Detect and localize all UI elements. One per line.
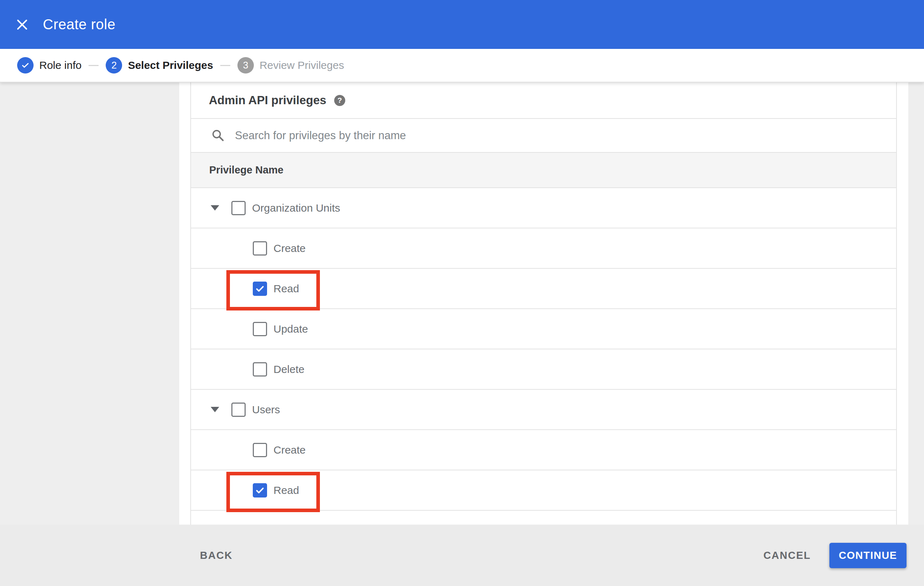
column-header-label: Privilege Name bbox=[209, 164, 284, 176]
cancel-button[interactable]: CANCEL bbox=[763, 550, 811, 561]
search-bar bbox=[191, 119, 896, 153]
privilege-checkbox[interactable] bbox=[253, 241, 267, 255]
privilege-rows: Organization UnitsCreateReadUpdateDelete… bbox=[191, 188, 896, 511]
search-icon bbox=[211, 128, 225, 143]
privilege-checkbox[interactable] bbox=[231, 403, 246, 417]
dialog-footer: BACK CANCEL CONTINUE bbox=[0, 525, 924, 586]
privilege-checkbox[interactable] bbox=[253, 322, 267, 336]
privilege-label: Read bbox=[274, 283, 299, 295]
privilege-row: Read bbox=[191, 269, 896, 309]
privilege-label: Create bbox=[274, 444, 305, 456]
step-label: Role info bbox=[39, 59, 81, 71]
privilege-checkbox[interactable] bbox=[253, 443, 267, 457]
help-icon[interactable]: ? bbox=[334, 95, 345, 106]
privilege-row: Delete bbox=[191, 349, 896, 390]
step-number-badge: 3 bbox=[238, 57, 254, 74]
dialog-title: Create role bbox=[43, 16, 116, 33]
stepper: Role info 2 Select Privileges 3 Review P… bbox=[0, 49, 924, 82]
step-select-privileges[interactable]: 2 Select Privileges bbox=[106, 57, 213, 74]
privilege-row: Users bbox=[191, 390, 896, 430]
privilege-label: Create bbox=[274, 242, 305, 254]
privilege-row: Organization Units bbox=[191, 188, 896, 229]
step-label: Review Privileges bbox=[259, 59, 344, 71]
privilege-label: Update bbox=[274, 323, 308, 335]
step-connector bbox=[89, 65, 99, 66]
dialog-body: Admin API privileges ? Privilege Name Or… bbox=[0, 82, 924, 525]
privilege-checkbox[interactable] bbox=[253, 281, 267, 296]
step-complete-check-icon bbox=[17, 57, 33, 74]
back-button[interactable]: BACK bbox=[200, 550, 233, 561]
step-review-privileges[interactable]: 3 Review Privileges bbox=[238, 57, 344, 74]
close-icon[interactable] bbox=[12, 14, 33, 35]
clipped-row bbox=[191, 511, 896, 525]
column-header: Privilege Name bbox=[191, 153, 896, 188]
privilege-checkbox[interactable] bbox=[231, 201, 246, 215]
privilege-label: Delete bbox=[274, 363, 305, 375]
create-role-dialog: Create role Role info 2 Select Privilege… bbox=[0, 0, 924, 586]
privilege-label: Users bbox=[252, 403, 280, 416]
section-title: Admin API privileges bbox=[209, 94, 326, 107]
privilege-checkbox[interactable] bbox=[253, 483, 267, 497]
search-input[interactable] bbox=[235, 129, 896, 142]
step-role-info[interactable]: Role info bbox=[17, 57, 81, 74]
annotation-highlight-box bbox=[226, 472, 320, 512]
scroll-region: Admin API privileges ? Privilege Name Or… bbox=[179, 82, 908, 525]
expand-arrow-icon[interactable] bbox=[211, 205, 219, 211]
privilege-row: Read bbox=[191, 470, 896, 511]
privilege-label: Organization Units bbox=[252, 202, 340, 214]
annotation-highlight-box bbox=[226, 270, 320, 311]
privilege-row: Create bbox=[191, 229, 896, 269]
section-header: Admin API privileges ? bbox=[191, 82, 896, 119]
step-number-badge: 2 bbox=[106, 57, 122, 74]
privilege-label: Read bbox=[274, 484, 299, 496]
continue-button[interactable]: CONTINUE bbox=[829, 543, 906, 568]
step-connector bbox=[220, 65, 230, 66]
privilege-row: Create bbox=[191, 430, 896, 470]
expand-arrow-icon[interactable] bbox=[211, 407, 219, 412]
dialog-header: Create role bbox=[0, 0, 924, 49]
privilege-checkbox[interactable] bbox=[253, 362, 267, 377]
privilege-row: Update bbox=[191, 309, 896, 349]
step-label: Select Privileges bbox=[128, 59, 213, 71]
privileges-panel: Admin API privileges ? Privilege Name Or… bbox=[190, 82, 897, 525]
